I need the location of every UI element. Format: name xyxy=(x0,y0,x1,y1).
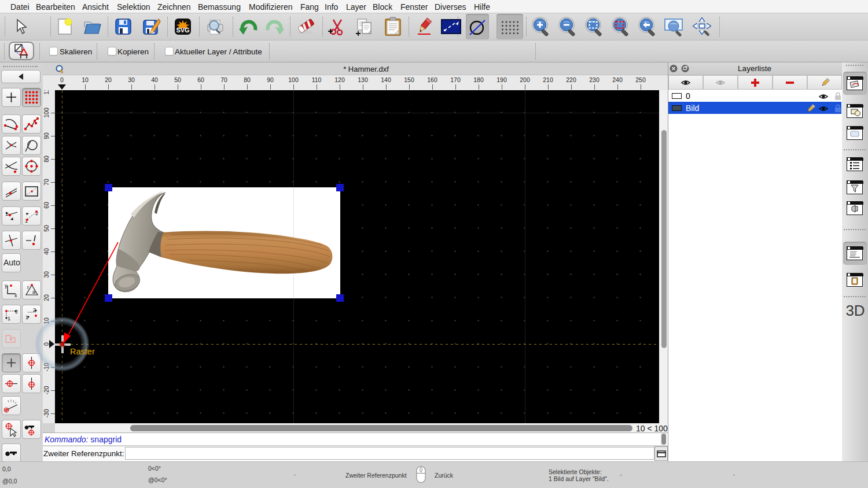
svg-text:SVG: SVG xyxy=(176,27,189,34)
svg-text:1: 1 xyxy=(8,316,10,321)
svg-text:x: x xyxy=(14,293,17,298)
svg-text:y: y xyxy=(5,283,8,289)
svg-text:r: r xyxy=(27,284,29,290)
svg-text:a: a xyxy=(32,289,35,295)
